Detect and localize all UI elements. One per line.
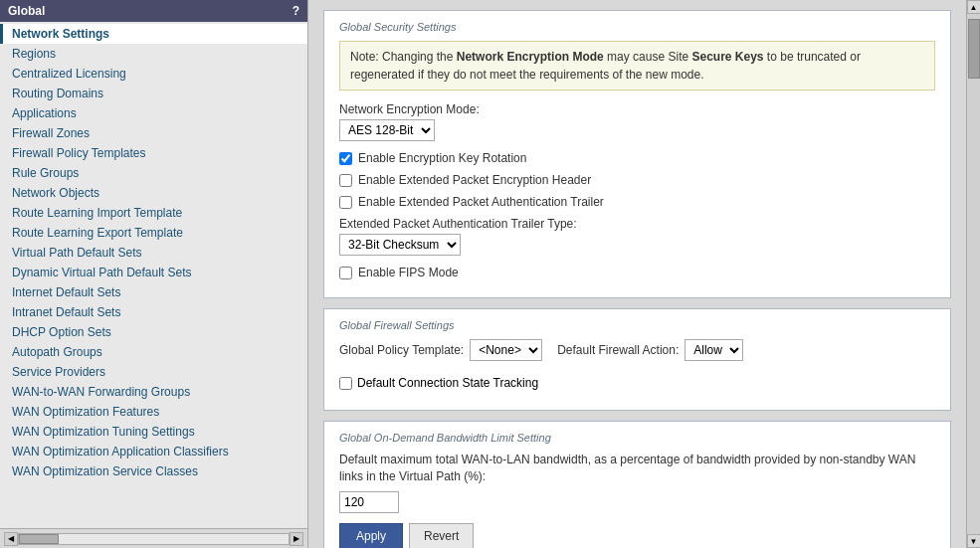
trailer-type-label: Extended Packet Authentication Trailer T… [339,217,935,231]
help-button[interactable]: ? [293,4,299,18]
sidebar-item-route-learning-export-template[interactable]: Route Learning Export Template [0,223,307,243]
key-rotation-label: Enable Encryption Key Rotation [358,151,526,165]
sidebar-item-centralized-licensing[interactable]: Centralized Licensing [0,64,307,84]
note-box: Note: Changing the Network Encryption Mo… [339,41,935,91]
sidebar-title: Global [8,4,45,18]
key-rotation-row: Enable Encryption Key Rotation [339,151,935,165]
sidebar-item-applications[interactable]: Applications [0,103,307,123]
main-content: Global Security Settings Note: Changing … [308,0,966,548]
extended-packet-label: Enable Extended Packet Encryption Header [358,173,591,187]
trailer-type-select[interactable]: 32-Bit Checksum MD5 SHA1 [339,234,461,256]
extended-auth-checkbox[interactable] [339,196,352,209]
encryption-mode-group: Network Encryption Mode: AES 128-Bit AES… [339,102,935,141]
bandwidth-section-title: Global On-Demand Bandwidth Limit Setting [339,432,935,444]
note-bold1: Network Encryption Mode [457,50,604,64]
note-text-mid: may cause Site [604,50,692,64]
scrollbar-thumb[interactable] [19,534,59,544]
scroll-right-arrow[interactable]: ▶ [290,532,303,546]
sidebar-item-wan-optimization-application-classifiers[interactable]: WAN Optimization Application Classifiers [0,442,307,461]
sidebar-item-network-objects[interactable]: Network Objects [0,183,307,203]
fips-label: Enable FIPS Mode [358,266,459,279]
sidebar-item-routing-domains[interactable]: Routing Domains [0,84,307,103]
conn-tracking-checkbox[interactable] [339,377,352,390]
sidebar-nav: Network SettingsRegionsCentralized Licen… [0,22,307,528]
fips-row: Enable FIPS Mode [339,266,935,279]
bandwidth-input[interactable] [339,491,399,513]
sidebar-item-dhcp-option-sets[interactable]: DHCP Option Sets [0,322,307,342]
policy-template-select[interactable]: <None> [470,339,542,361]
button-row: Apply Revert [339,523,935,548]
note-text-before: Note: Changing the [350,50,457,64]
note-bold2: Secure Keys [691,50,763,64]
firewall-section-title: Global Firewall Settings [339,319,935,331]
firewall-action-label: Default Firewall Action: [557,343,679,357]
sidebar-scrollbar: ◀ ▶ [0,528,307,548]
extended-auth-label: Enable Extended Packet Authentication Tr… [358,195,604,209]
trailer-type-group: Extended Packet Authentication Trailer T… [339,217,935,256]
firewall-action-group: Default Firewall Action: Allow Deny [557,339,743,361]
conn-tracking-label: Default Connection State Tracking [357,376,538,390]
content-panel: Global Security Settings Note: Changing … [308,0,966,548]
firewall-inline-row: Global Policy Template: <None> Default F… [339,339,935,390]
policy-template-group: Global Policy Template: <None> [339,339,542,361]
revert-button[interactable]: Revert [409,523,474,548]
sidebar-item-regions[interactable]: Regions [0,44,307,64]
scroll-thumb[interactable] [968,19,980,79]
encryption-mode-label: Network Encryption Mode: [339,102,935,116]
sidebar-item-firewall-zones[interactable]: Firewall Zones [0,123,307,143]
sidebar-item-wan-to-wan-forwarding-groups[interactable]: WAN-to-WAN Forwarding Groups [0,382,307,402]
fips-checkbox[interactable] [339,267,352,279]
extended-packet-row: Enable Extended Packet Encryption Header [339,173,935,187]
extended-packet-checkbox[interactable] [339,174,352,187]
policy-template-label: Global Policy Template: [339,343,464,357]
right-scrollbar: ▲ ▼ [966,0,980,548]
firewall-settings-section: Global Firewall Settings Global Policy T… [323,308,951,411]
sidebar-item-wan-optimization-features[interactable]: WAN Optimization Features [0,402,307,422]
encryption-mode-select[interactable]: AES 128-Bit AES 256-Bit None [339,119,435,141]
sidebar-item-wan-optimization-service-classes[interactable]: WAN Optimization Service Classes [0,461,307,481]
sidebar-item-wan-optimization-tuning-settings[interactable]: WAN Optimization Tuning Settings [0,422,307,442]
bandwidth-settings-section: Global On-Demand Bandwidth Limit Setting… [323,421,951,548]
security-settings-section: Global Security Settings Note: Changing … [323,10,951,298]
sidebar-item-network-settings[interactable]: Network Settings [0,24,307,44]
sidebar-item-virtual-path-default-sets[interactable]: Virtual Path Default Sets [0,243,307,263]
sidebar: Global ? Network SettingsRegionsCentrali… [0,0,308,548]
sidebar-item-internet-default-sets[interactable]: Internet Default Sets [0,282,307,302]
key-rotation-checkbox[interactable] [339,152,352,165]
bandwidth-description: Default maximum total WAN-to-LAN bandwid… [339,452,935,485]
sidebar-item-route-learning-import-template[interactable]: Route Learning Import Template [0,203,307,223]
scroll-track[interactable] [967,14,980,534]
sidebar-item-intranet-default-sets[interactable]: Intranet Default Sets [0,302,307,322]
apply-button[interactable]: Apply [339,523,403,548]
sidebar-header: Global ? [0,0,307,22]
sidebar-item-firewall-policy-templates[interactable]: Firewall Policy Templates [0,143,307,163]
extended-auth-row: Enable Extended Packet Authentication Tr… [339,195,935,209]
firewall-action-select[interactable]: Allow Deny [685,339,743,361]
conn-tracking-group: Default Connection State Tracking [339,376,538,390]
sidebar-item-dynamic-virtual-path-default-sets[interactable]: Dynamic Virtual Path Default Sets [0,263,307,282]
scroll-down-button[interactable]: ▼ [967,534,981,548]
horizontal-scrollbar[interactable] [18,533,290,545]
sidebar-item-service-providers[interactable]: Service Providers [0,362,307,382]
security-section-title: Global Security Settings [339,21,935,33]
scroll-left-arrow[interactable]: ◀ [4,532,18,546]
sidebar-item-rule-groups[interactable]: Rule Groups [0,163,307,183]
scroll-up-button[interactable]: ▲ [967,0,981,14]
sidebar-item-autopath-groups[interactable]: Autopath Groups [0,342,307,362]
